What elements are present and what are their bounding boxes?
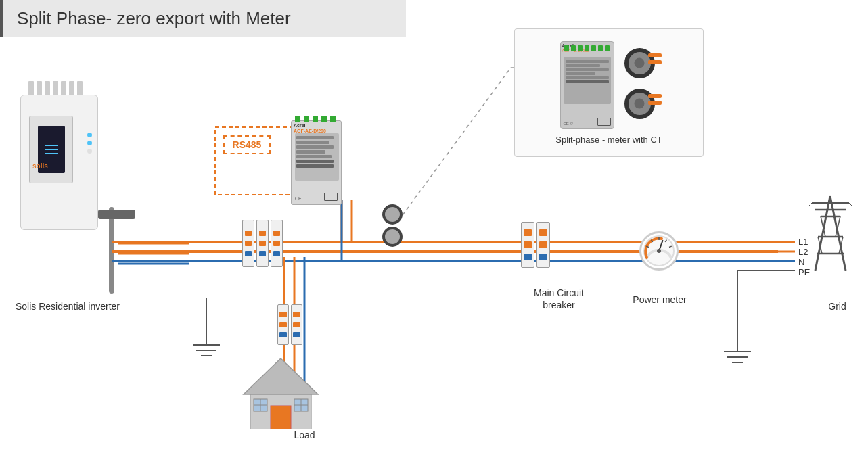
- l2-label: L2: [798, 247, 808, 257]
- page-title: Split Phase- zero export with Meter: [17, 8, 392, 29]
- n-label: N: [798, 257, 804, 267]
- ct-clamp-2: [382, 227, 403, 247]
- house-load: [240, 355, 321, 432]
- svg-line-44: [830, 196, 846, 271]
- svg-point-37: [657, 249, 661, 253]
- power-meter-label: Power meter: [626, 294, 693, 305]
- product-label: Split-phase - meter with CT: [555, 135, 662, 145]
- grid-label: Grid: [815, 301, 859, 312]
- svg-rect-58: [271, 406, 291, 429]
- inverter-label: Solis Residential inverter: [10, 301, 125, 312]
- grid-tower: [808, 193, 852, 277]
- power-meter-gauge: [639, 231, 679, 271]
- svg-line-15: [403, 68, 511, 215]
- svg-marker-57: [244, 358, 318, 394]
- product-image-box: Acrel AGF-AE-D/200: [514, 28, 704, 157]
- wiring-diagram: [0, 0, 868, 468]
- rs485-label: RS485: [223, 135, 271, 154]
- ct-clamp-1: [382, 204, 403, 225]
- diagram: Split Phase- zero export with Meter: [0, 0, 868, 468]
- title-bar: Split Phase- zero export with Meter: [0, 0, 406, 37]
- main-circuit-breaker-label: Main Circuit breaker: [518, 287, 599, 311]
- acrel-meter-device: Acrel AGF-AE-D/200 CE: [291, 120, 342, 205]
- svg-line-43: [815, 196, 830, 271]
- svg-line-55: [849, 203, 852, 206]
- breaker-group-left: [242, 220, 283, 267]
- l1-label: L1: [798, 237, 808, 247]
- svg-line-54: [808, 203, 812, 206]
- load-label: Load: [284, 429, 325, 440]
- breaker-group-lower: [277, 304, 302, 345]
- main-circuit-breaker: [521, 222, 550, 268]
- solis-brand: solis: [32, 162, 48, 170]
